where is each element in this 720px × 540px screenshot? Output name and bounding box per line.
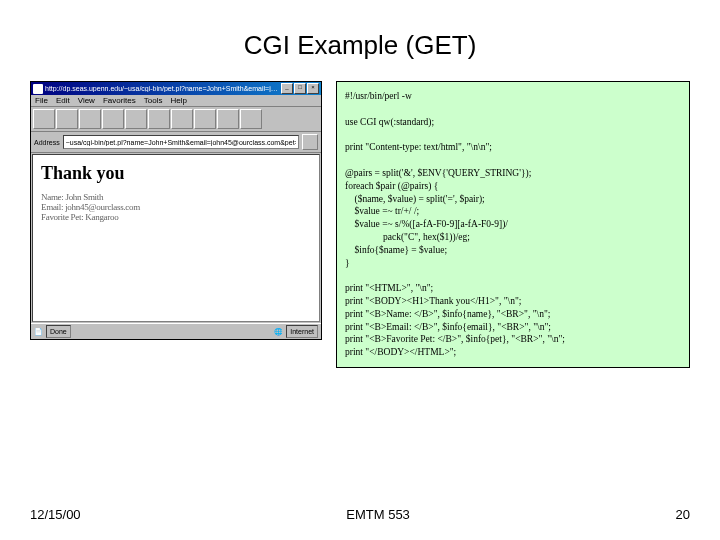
refresh-button[interactable] — [102, 109, 124, 129]
menu-file[interactable]: File — [35, 96, 48, 105]
stop-button[interactable] — [79, 109, 101, 129]
favorites-button[interactable] — [171, 109, 193, 129]
browser-window: http://dp.seas.upenn.edu/~usa/cgi-bin/pe… — [30, 81, 322, 340]
go-button[interactable] — [302, 134, 318, 150]
back-button[interactable] — [33, 109, 55, 129]
output-email: Email: john45@ourclass.com — [41, 202, 311, 212]
perl-code: #!/usr/bin/perl -w use CGI qw(:standard)… — [336, 81, 690, 368]
address-label: Address — [34, 139, 60, 146]
menu-tools[interactable]: Tools — [144, 96, 163, 105]
browser-toolbar — [31, 107, 321, 132]
slide-title: CGI Example (GET) — [30, 30, 690, 61]
mail-button[interactable] — [217, 109, 239, 129]
close-button[interactable]: × — [307, 83, 319, 94]
menu-view[interactable]: View — [78, 96, 95, 105]
status-text: Done — [46, 325, 71, 338]
done-icon: 📄 — [34, 328, 43, 336]
footer-course: EMTM 553 — [346, 507, 410, 522]
address-bar: Address — [31, 132, 321, 153]
browser-menubar: File Edit View Favorites Tools Help — [31, 95, 321, 107]
history-button[interactable] — [194, 109, 216, 129]
titlebar-text: http://dp.seas.upenn.edu/~usa/cgi-bin/pe… — [45, 85, 279, 92]
ie-icon — [33, 84, 43, 94]
maximize-button[interactable]: □ — [294, 83, 306, 94]
search-button[interactable] — [148, 109, 170, 129]
status-bar: 📄 Done 🌐 Internet — [31, 323, 321, 339]
print-button[interactable] — [240, 109, 262, 129]
output-name: Name: John Smith — [41, 192, 311, 202]
menu-edit[interactable]: Edit — [56, 96, 70, 105]
menu-favorites[interactable]: Favorites — [103, 96, 136, 105]
footer-page: 20 — [676, 507, 690, 522]
zone-text: Internet — [286, 325, 318, 338]
output-pet: Favorite Pet: Kangaroo — [41, 212, 311, 222]
minimize-button[interactable]: _ — [281, 83, 293, 94]
slide-footer: 12/15/00 EMTM 553 20 — [30, 507, 690, 522]
menu-help[interactable]: Help — [170, 96, 186, 105]
address-input[interactable] — [63, 135, 299, 149]
page-content: Thank you Name: John Smith Email: john45… — [32, 154, 320, 322]
footer-date: 12/15/00 — [30, 507, 81, 522]
forward-button[interactable] — [56, 109, 78, 129]
browser-titlebar: http://dp.seas.upenn.edu/~usa/cgi-bin/pe… — [31, 82, 321, 95]
page-heading: Thank you — [41, 163, 311, 184]
globe-icon: 🌐 — [274, 328, 283, 336]
home-button[interactable] — [125, 109, 147, 129]
